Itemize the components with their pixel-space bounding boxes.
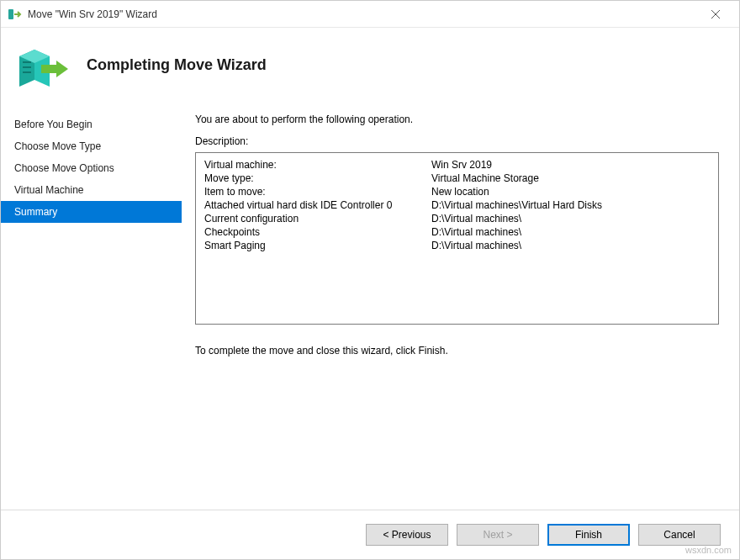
description-table: Virtual machine:Win Srv 2019Move type:Vi… [204, 158, 710, 252]
svg-rect-5 [23, 66, 31, 68]
intro-text: You are about to perform the following o… [195, 114, 719, 125]
svg-rect-4 [23, 61, 31, 63]
description-value: D:\Virtual machines\Virtual Hard Disks [431, 198, 710, 212]
description-key: Checkpoints [204, 225, 431, 239]
description-value: D:\Virtual machines\ [431, 225, 710, 239]
description-key: Item to move: [204, 185, 431, 198]
description-row: Attached virtual hard disk IDE Controlle… [204, 198, 710, 212]
description-key: Attached virtual hard disk IDE Controlle… [204, 198, 431, 212]
description-value: Win Srv 2019 [431, 158, 710, 172]
description-value: D:\Virtual machines\ [431, 212, 710, 225]
description-value: New location [431, 185, 710, 198]
description-row: Item to move:New location [204, 185, 710, 198]
close-icon [711, 9, 721, 19]
wizard-header: Completing Move Wizard [1, 28, 739, 107]
wizard-step[interactable]: Virtual Machine [1, 179, 182, 201]
window-title: Move "Win Srv 2019" Wizard [28, 8, 699, 20]
description-label: Description: [195, 135, 719, 147]
wizard-steps-sidebar: Before You BeginChoose Move TypeChoose M… [1, 107, 182, 510]
description-row: CheckpointsD:\Virtual machines\ [204, 225, 710, 239]
next-button: Next > [457, 524, 539, 546]
description-row: Move type:Virtual Machine Storage [204, 172, 710, 185]
wizard-step[interactable]: Choose Move Options [1, 157, 182, 179]
svg-marker-8 [56, 61, 68, 77]
description-value: Virtual Machine Storage [431, 172, 710, 185]
description-row: Smart PagingD:\Virtual machines\ [204, 239, 710, 252]
titlebar: Move "Win Srv 2019" Wizard [1, 1, 739, 28]
description-row: Virtual machine:Win Srv 2019 [204, 158, 710, 172]
description-key: Smart Paging [204, 239, 431, 252]
svg-rect-7 [41, 65, 56, 73]
wizard-body: Before You BeginChoose Move TypeChoose M… [1, 107, 739, 510]
wizard-icon [16, 38, 70, 92]
previous-button[interactable]: < Previous [366, 524, 448, 546]
close-button[interactable] [699, 2, 732, 27]
finish-button[interactable]: Finish [547, 524, 630, 546]
wizard-main-panel: You are about to perform the following o… [182, 107, 739, 510]
description-key: Current configuration [204, 212, 431, 225]
description-row: Current configurationD:\Virtual machines… [204, 212, 710, 225]
wizard-step[interactable]: Summary [1, 201, 182, 223]
description-value: D:\Virtual machines\ [431, 239, 710, 252]
wizard-step[interactable]: Before You Begin [1, 114, 182, 135]
description-key: Virtual machine: [204, 158, 431, 172]
wizard-step[interactable]: Choose Move Type [1, 135, 182, 157]
app-icon [8, 7, 23, 22]
svg-rect-6 [23, 71, 31, 73]
footnote-text: To complete the move and close this wiza… [195, 345, 719, 357]
cancel-button[interactable]: Cancel [638, 524, 721, 546]
svg-rect-0 [8, 9, 13, 19]
description-key: Move type: [204, 172, 431, 185]
description-box: Virtual machine:Win Srv 2019Move type:Vi… [195, 152, 719, 325]
wizard-title: Completing Move Wizard [87, 56, 267, 74]
button-bar: < Previous Next > Finish Cancel [1, 510, 739, 559]
